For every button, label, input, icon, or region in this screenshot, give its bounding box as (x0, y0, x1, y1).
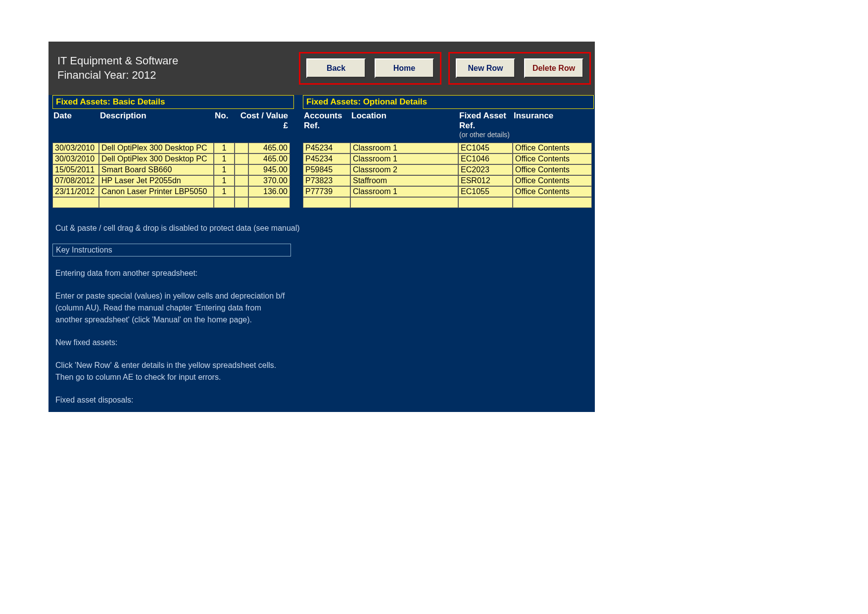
cell-accounts[interactable]: P77739 (303, 186, 350, 197)
cell-no[interactable]: 1 (214, 175, 235, 186)
cell-date[interactable]: 30/03/2010 (52, 154, 99, 164)
cell-accounts[interactable]: P45234 (303, 154, 350, 164)
cell-insurance[interactable]: Office Contents (513, 164, 592, 175)
title-line-2: Financial Year: 2012 (57, 68, 178, 83)
header-date: Date (53, 111, 100, 121)
cell-location[interactable]: Classroom 1 (350, 186, 458, 197)
cell-no[interactable]: 1 (214, 164, 235, 175)
instruction-p5: Fixed asset disposals: (55, 394, 288, 406)
title-line-1: IT Equipment & Software (57, 54, 178, 68)
cell-accounts[interactable]: P59845 (303, 164, 350, 175)
title-block: IT Equipment & Software Financial Year: … (57, 54, 178, 82)
cell-description[interactable]: Dell OptiPlex 300 Desktop PC (99, 143, 214, 154)
basic-panel-title: Fixed Assets: Basic Details (52, 95, 294, 109)
table-row: 30/03/2010Dell OptiPlex 300 Desktop PC14… (52, 143, 294, 154)
cell-blank[interactable] (235, 186, 248, 197)
button-area: Back Home New Row Delete Row (292, 52, 591, 85)
cell-cost[interactable]: 465.00 (248, 143, 290, 154)
cell-date[interactable]: 23/11/2012 (52, 186, 99, 197)
table-row: P73823StaffroomESR012Office Contents (303, 175, 594, 186)
cell-blank[interactable] (235, 164, 248, 175)
cell-location[interactable]: Staffroom (350, 175, 458, 186)
cell-insurance[interactable]: Office Contents (513, 154, 592, 164)
cell-insurance[interactable]: Office Contents (513, 143, 592, 154)
cell-location[interactable]: Classroom 2 (350, 164, 458, 175)
cell-location[interactable]: Classroom 1 (350, 154, 458, 164)
new-row-button[interactable]: New Row (456, 58, 515, 78)
table-row: 07/08/2012HP Laser Jet P2055dn1370.00 (52, 175, 294, 186)
cell-cost[interactable]: 136.00 (248, 186, 290, 197)
cell-ref[interactable]: EC1046 (458, 154, 513, 164)
cell-description[interactable]: Canon Laser Printer LBP5050 (99, 186, 214, 197)
cell-no[interactable] (214, 197, 235, 208)
header-insurance: Insurance (514, 111, 593, 121)
header-no: No. (215, 111, 236, 121)
optional-data-rows: P45234Classroom 1EC1045Office ContentsP4… (303, 143, 594, 208)
header-accounts: Accounts Ref. (304, 111, 351, 131)
instructions-block: Entering data from another spreadsheet: … (55, 267, 288, 406)
cell-ref[interactable]: ESR012 (458, 175, 513, 186)
cell-insurance[interactable]: Office Contents (513, 186, 592, 197)
header-cost: Cost / Value £ (236, 111, 291, 131)
optional-details-panel: Fixed Assets: Optional Details Accounts … (303, 95, 594, 208)
nav-button-group: Back Home (299, 52, 441, 85)
cell-location[interactable]: Classroom 1 (350, 143, 458, 154)
cell-date[interactable]: 30/03/2010 (52, 143, 99, 154)
cell-ref[interactable]: EC1045 (458, 143, 513, 154)
header-location: Location (351, 111, 459, 121)
cell-insurance[interactable] (513, 197, 592, 208)
cell-description[interactable] (99, 197, 214, 208)
table-row: P45234Classroom 1EC1046Office Contents (303, 154, 594, 164)
optional-column-headers: Accounts Ref. Location Fixed Asset Ref. … (303, 109, 594, 143)
key-instructions-title: Key Instructions (52, 244, 291, 256)
table-row (52, 197, 294, 208)
header-description: Description (100, 111, 215, 121)
cell-description[interactable]: Dell OptiPlex 300 Desktop PC (99, 154, 214, 164)
cell-blank[interactable] (235, 154, 248, 164)
row-button-group: New Row Delete Row (448, 52, 591, 85)
cell-date[interactable]: 15/05/2011 (52, 164, 99, 175)
cell-ref[interactable]: EC2023 (458, 164, 513, 175)
cell-accounts[interactable] (303, 197, 350, 208)
cell-ref[interactable]: EC1055 (458, 186, 513, 197)
cell-insurance[interactable]: Office Contents (513, 175, 592, 186)
table-row: P45234Classroom 1EC1045Office Contents (303, 143, 594, 154)
cell-cost[interactable] (248, 197, 290, 208)
protect-note: Cut & paste / cell drag & drop is disabl… (55, 224, 595, 233)
table-row (303, 197, 594, 208)
cell-accounts[interactable]: P73823 (303, 175, 350, 186)
table-row: 15/05/2011Smart Board SB6601945.00 (52, 164, 294, 175)
cell-description[interactable]: Smart Board SB660 (99, 164, 214, 175)
cell-no[interactable]: 1 (214, 143, 235, 154)
cell-description[interactable]: HP Laser Jet P2055dn (99, 175, 214, 186)
basic-column-headers: Date Description No. Cost / Value £ (52, 109, 294, 143)
cell-date[interactable] (52, 197, 99, 208)
instruction-p1: Entering data from another spreadsheet: (55, 267, 288, 279)
cell-cost[interactable]: 945.00 (248, 164, 290, 175)
optional-panel-title: Fixed Assets: Optional Details (303, 95, 594, 109)
back-button[interactable]: Back (306, 58, 366, 78)
cell-blank[interactable] (235, 143, 248, 154)
cell-accounts[interactable]: P45234 (303, 143, 350, 154)
cell-cost[interactable]: 465.00 (248, 154, 290, 164)
cell-ref[interactable] (458, 197, 513, 208)
content-area: Fixed Assets: Basic Details Date Descrip… (48, 95, 595, 208)
instruction-p2: Enter or paste special (values) in yello… (55, 290, 288, 326)
cell-cost[interactable]: 370.00 (248, 175, 290, 186)
cell-no[interactable]: 1 (214, 154, 235, 164)
cell-date[interactable]: 07/08/2012 (52, 175, 99, 186)
home-button[interactable]: Home (375, 58, 434, 78)
header-bar: IT Equipment & Software Financial Year: … (48, 42, 595, 95)
app-window: IT Equipment & Software Financial Year: … (48, 42, 595, 412)
cell-location[interactable] (350, 197, 458, 208)
cell-no[interactable]: 1 (214, 186, 235, 197)
cell-blank[interactable] (235, 175, 248, 186)
delete-row-button[interactable]: Delete Row (524, 58, 583, 78)
table-row: 23/11/2012Canon Laser Printer LBP5050113… (52, 186, 294, 197)
basic-data-rows: 30/03/2010Dell OptiPlex 300 Desktop PC14… (52, 143, 294, 208)
basic-details-panel: Fixed Assets: Basic Details Date Descrip… (52, 95, 294, 208)
instruction-p4: Click 'New Row' & enter details in the y… (55, 359, 288, 383)
table-row: P77739Classroom 1EC1055Office Contents (303, 186, 594, 197)
cell-blank[interactable] (235, 197, 248, 208)
header-fixed-asset: Fixed Asset Ref. (or other details) (459, 111, 514, 139)
